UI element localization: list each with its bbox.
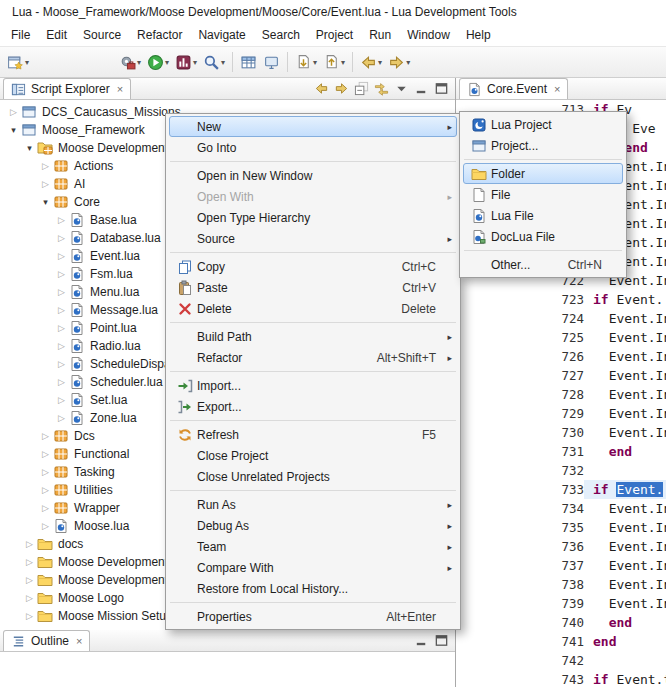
menu-item-project[interactable]: Project... [463, 135, 623, 156]
code-line-728[interactable]: 728 Event.In [456, 385, 666, 404]
close-icon[interactable]: × [117, 83, 123, 95]
menu-item-open-in-new-window[interactable]: Open in New Window [169, 165, 457, 186]
dropdown-arrow-icon[interactable]: ▾ [193, 58, 197, 67]
dropdown-arrow-icon[interactable]: ▾ [25, 58, 29, 67]
menu-source[interactable]: Source [75, 25, 129, 45]
expand-arrow-icon[interactable]: ▷ [38, 179, 53, 189]
code-line-729[interactable]: 729 Event.In [456, 404, 666, 423]
collapse-arrow-icon[interactable]: ▾ [6, 125, 21, 135]
menu-item-doclua-file[interactable]: DocLua File [463, 226, 623, 247]
forward-history-button[interactable]: ▾ [385, 50, 413, 74]
dropdown-arrow-icon[interactable]: ▾ [378, 58, 382, 67]
link-editor-button[interactable] [374, 81, 389, 96]
expand-arrow-icon[interactable]: ▷ [54, 323, 69, 333]
code-line-743[interactable]: 743if Event.ta [456, 670, 666, 687]
code-line-733[interactable]: 733if Event. [456, 480, 666, 499]
menu-run[interactable]: Run [361, 25, 399, 45]
expand-arrow-icon[interactable]: ▷ [54, 233, 69, 243]
external-tools-button[interactable]: ▾ [116, 50, 144, 74]
collapse-all-button[interactable] [354, 81, 369, 96]
expand-arrow-icon[interactable]: ▷ [22, 593, 37, 603]
tab-core-event[interactable]: Core.Event × [459, 78, 568, 99]
remote-view-button[interactable] [260, 50, 283, 74]
code-line-742[interactable]: 742 [456, 651, 666, 670]
collapse-arrow-icon[interactable]: ▾ [38, 197, 53, 207]
code-line-734[interactable]: 734 Event.In [456, 499, 666, 518]
next-annotation-button[interactable]: ▾ [292, 50, 320, 74]
menu-item-import[interactable]: Import... [169, 375, 457, 396]
menu-item-restore-from-local-history[interactable]: Restore from Local History... [169, 578, 457, 599]
dropdown-arrow-icon[interactable]: ▾ [313, 58, 317, 67]
code-line-731[interactable]: 731 end [456, 442, 666, 461]
expand-arrow-icon[interactable]: ▷ [38, 161, 53, 171]
expand-arrow-icon[interactable]: ▷ [22, 611, 37, 621]
close-icon[interactable]: × [554, 83, 560, 95]
previous-annotation-button[interactable]: ▾ [320, 50, 348, 74]
expand-arrow-icon[interactable]: ▷ [22, 575, 37, 585]
expand-arrow-icon[interactable]: ▷ [22, 539, 37, 549]
menu-item-lua-file[interactable]: Lua File [463, 205, 623, 226]
expand-arrow-icon[interactable]: ▷ [22, 557, 37, 567]
collapse-arrow-icon[interactable]: ▾ [22, 143, 37, 153]
expand-arrow-icon[interactable]: ▷ [38, 467, 53, 477]
menu-item-other[interactable]: Other...Ctrl+N [463, 254, 623, 275]
expand-arrow-icon[interactable]: ▷ [54, 269, 69, 279]
menu-refactor[interactable]: Refactor [129, 25, 190, 45]
code-line-741[interactable]: 741end [456, 632, 666, 651]
expand-arrow-icon[interactable]: ▷ [38, 431, 53, 441]
expand-arrow-icon[interactable]: ▷ [54, 287, 69, 297]
dropdown-arrow-icon[interactable]: ▾ [341, 58, 345, 67]
menu-file[interactable]: File [3, 25, 38, 45]
code-line-730[interactable]: 730 Event.In [456, 423, 666, 442]
view-menu-button[interactable] [394, 81, 409, 96]
code-line-738[interactable]: 738 Event.In [456, 575, 666, 594]
dropdown-arrow-icon[interactable]: ▾ [406, 58, 410, 67]
menu-item-build-path[interactable]: Build Path▸ [169, 326, 457, 347]
expand-arrow-icon[interactable]: ▷ [38, 449, 53, 459]
minimize-button[interactable] [414, 81, 429, 96]
expand-arrow-icon[interactable]: ▷ [38, 521, 53, 531]
code-line-740[interactable]: 740 end [456, 613, 666, 632]
expand-arrow-icon[interactable]: ▷ [54, 413, 69, 423]
data-source-explorer-button[interactable] [237, 50, 260, 74]
menu-item-copy[interactable]: CopyCtrl+C [169, 256, 457, 277]
code-line-727[interactable]: 727 Event.In [456, 366, 666, 385]
menu-item-team[interactable]: Team▸ [169, 536, 457, 557]
search-button[interactable]: ▾ [200, 50, 228, 74]
menu-search[interactable]: Search [254, 25, 308, 45]
run-button[interactable]: ▾ [144, 50, 172, 74]
menu-item-debug-as[interactable]: Debug As▸ [169, 515, 457, 536]
menu-item-file[interactable]: File [463, 184, 623, 205]
menu-item-go-into[interactable]: Go Into [169, 137, 457, 158]
code-line-726[interactable]: 726 Event.In [456, 347, 666, 366]
code-line-737[interactable]: 737 Event.In [456, 556, 666, 575]
code-line-735[interactable]: 735 Event.In [456, 518, 666, 537]
menu-item-refactor[interactable]: RefactorAlt+Shift+T▸ [169, 347, 457, 368]
expand-arrow-icon[interactable]: ▷ [6, 107, 21, 117]
code-line-739[interactable]: 739 Event.In [456, 594, 666, 613]
code-line-725[interactable]: 725 Event.In [456, 328, 666, 347]
code-line-732[interactable]: 732 [456, 461, 666, 480]
menu-navigate[interactable]: Navigate [190, 25, 253, 45]
coverage-button[interactable]: ▾ [172, 50, 200, 74]
tab-script-explorer[interactable]: Script Explorer × [3, 78, 131, 99]
menu-help[interactable]: Help [458, 25, 499, 45]
code-line-723[interactable]: 723if Event. [456, 290, 666, 309]
expand-arrow-icon[interactable]: ▷ [54, 359, 69, 369]
menu-item-folder[interactable]: Folder [463, 163, 623, 184]
menu-window[interactable]: Window [399, 25, 458, 45]
dropdown-arrow-icon[interactable]: ▾ [137, 58, 141, 67]
expand-arrow-icon[interactable]: ▷ [38, 485, 53, 495]
expand-arrow-icon[interactable]: ▷ [54, 305, 69, 315]
menu-item-properties[interactable]: PropertiesAlt+Enter [169, 606, 457, 627]
expand-arrow-icon[interactable]: ▷ [54, 395, 69, 405]
close-icon[interactable]: × [76, 635, 82, 647]
dropdown-arrow-icon[interactable]: ▾ [165, 58, 169, 67]
menu-item-paste[interactable]: PasteCtrl+V [169, 277, 457, 298]
menu-project[interactable]: Project [308, 25, 361, 45]
dropdown-arrow-icon[interactable]: ▾ [221, 58, 225, 67]
expand-arrow-icon[interactable]: ▷ [38, 503, 53, 513]
minimize-button[interactable] [414, 633, 429, 648]
menu-item-export[interactable]: Export... [169, 396, 457, 417]
expand-arrow-icon[interactable]: ▷ [54, 377, 69, 387]
